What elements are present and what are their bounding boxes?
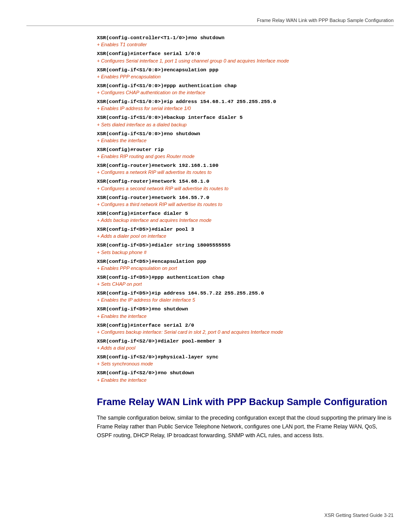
code-line: XSR(config-if<S2/0>)#no shutdown	[97, 369, 394, 376]
code-line: XSR(config-if<S1/0:0>)#backup interface …	[97, 114, 394, 121]
code-line: XSR(config)#interface dialer 5	[97, 210, 394, 217]
command-group: XSR(config-if<S2/0>)#physical-layer sync…	[97, 353, 394, 366]
comment-line: + Enables the IP address for dialer inte…	[97, 297, 394, 302]
comment-line: + Configures Serial interface 1, port 1 …	[97, 58, 394, 63]
code-line: XSR(config-router)#network 154.68.1.0	[97, 177, 394, 185]
code-line: XSR(config-if<D5>)#no shutdown	[97, 305, 394, 313]
code-line: XSR(config-if<D5>)#dialer pool 3	[97, 225, 394, 233]
command-group: XSR(config-if<D5>)#encapsulation ppp+ En…	[97, 258, 394, 271]
commands-container: XSR(config-controller<T1-1/0>)#no shutdo…	[97, 34, 394, 383]
code-line: XSR(config-if<S2/0>)#physical-layer sync	[97, 353, 394, 361]
comment-line: + Adds backup interface and acquires Int…	[97, 218, 394, 223]
code-line: XSR(config-if<D5>)#encapsulation ppp	[97, 258, 394, 265]
command-group: XSR(config-if<D5>)#ppp authentication ch…	[97, 273, 394, 287]
section-heading: Frame Relay WAN Link with PPP Backup Sam…	[97, 396, 394, 409]
command-group: XSR(config-controller<T1-1/0>)#no shutdo…	[97, 34, 394, 47]
command-group: XSR(config-if<S2/0>)#dialer pool-member …	[97, 337, 394, 350]
comment-line: + Enables RIP routing and goes Router mo…	[97, 154, 394, 159]
code-line: XSR(config-router)#network 192.168.1.100	[97, 162, 394, 169]
comment-line: + Configures backup interface: Serial ca…	[97, 329, 394, 335]
comment-line: + Sets synchronous mode	[97, 361, 394, 366]
comment-line: + Enables the interface	[97, 138, 394, 143]
comment-line: + Adds a dialer pool on interface	[97, 233, 394, 239]
footer-text: XSR Getting Started Guide 3-21	[324, 513, 394, 518]
code-line: XSR(config-controller<T1-1/0>)#no shutdo…	[97, 34, 394, 41]
command-group: XSR(config)#router rip+ Enables RIP rout…	[97, 146, 394, 159]
command-group: XSR(config-if<S1/0:0>)#no shutdown+ Enab…	[97, 130, 394, 143]
command-group: XSR(config-if<D5>)#no shutdown+ Enables …	[97, 305, 394, 318]
comment-line: + Enables PPP encapsulation on port	[97, 266, 394, 271]
comment-line: + Enables T1 controller	[97, 42, 394, 47]
content-area: XSR(config-controller<T1-1/0>)#no shutdo…	[97, 34, 394, 440]
footer: XSR Getting Started Guide 3-21	[324, 513, 394, 518]
command-group: XSR(config)#interface serial 2/0+ Config…	[97, 321, 394, 335]
comment-line: + Sets CHAP on port	[97, 281, 394, 287]
comment-line: + Enables PPP encapsulation	[97, 74, 394, 79]
comment-line: + Enables the interface	[97, 377, 394, 383]
code-line: XSR(config)#router rip	[97, 146, 394, 153]
code-line: XSR(config-if<S1/0:0>)#ppp authenticatio…	[97, 82, 394, 89]
comment-line: + Sets backup phone #	[97, 250, 394, 255]
command-group: XSR(config)#interface serial 1/0:0+ Conf…	[97, 50, 394, 63]
code-line: XSR(config-if<D5>)#ip address 164.55.7.2…	[97, 289, 394, 297]
code-line: XSR(config-router)#network 164.55.7.0	[97, 194, 394, 201]
comment-line: + Enables IP address for serial interfac…	[97, 106, 394, 111]
code-line: XSR(config-if<S1/0:0>)#encapsulation ppp	[97, 66, 394, 74]
command-group: XSR(config-if<S1/0:0>)#encapsulation ppp…	[97, 66, 394, 79]
comment-line: + Adds a dial pool	[97, 345, 394, 350]
section-body: The sample configuration below, similar …	[97, 413, 394, 440]
comment-line: + Configures a third network RIP will ad…	[97, 202, 394, 207]
comment-line: + Sets dialed interface as a dialed back…	[97, 122, 394, 127]
code-line: XSR(config-if<S2/0>)#dialer pool-member …	[97, 337, 394, 345]
command-group: XSR(config-if<S1/0:0>)#ppp authenticatio…	[97, 82, 394, 95]
code-line: XSR(config-if<D5>)#dialer string 1800555…	[97, 241, 394, 249]
command-group: XSR(config-if<S1/0:0>)#ip address 154.68…	[97, 98, 394, 111]
command-group: XSR(config-if<D5>)#dialer pool 3+ Adds a…	[97, 225, 394, 239]
comment-line: + Configures a second network RIP will a…	[97, 186, 394, 191]
header-title: Frame Relay WAN Link with PPP Backup Sam…	[257, 18, 394, 23]
code-line: XSR(config)#interface serial 2/0	[97, 321, 394, 329]
comment-line: + Enables the interface	[97, 313, 394, 319]
code-line: XSR(config-if<S1/0:0>)#ip address 154.68…	[97, 98, 394, 105]
comment-line: + Configures CHAP authentication on the …	[97, 90, 394, 95]
command-group: XSR(config-if<S1/0:0>)#backup interface …	[97, 114, 394, 127]
command-group: XSR(config-if<S2/0>)#no shutdown+ Enable…	[97, 369, 394, 382]
comment-line: + Configures a network RIP will advertis…	[97, 170, 394, 175]
page: Frame Relay WAN Link with PPP Backup Sam…	[0, 0, 420, 531]
command-group: XSR(config-if<D5>)#ip address 164.55.7.2…	[97, 289, 394, 302]
command-group: XSR(config-router)#network 154.68.1.0+ C…	[97, 177, 394, 191]
command-group: XSR(config-router)#network 164.55.7.0+ C…	[97, 194, 394, 207]
page-header: Frame Relay WAN Link with PPP Backup Sam…	[26, 18, 394, 26]
command-group: XSR(config-if<D5>)#dialer string 1800555…	[97, 241, 394, 254]
command-group: XSR(config-router)#network 192.168.1.100…	[97, 162, 394, 175]
code-line: XSR(config-if<S1/0:0>)#no shutdown	[97, 130, 394, 137]
command-group: XSR(config)#interface dialer 5+ Adds bac…	[97, 210, 394, 223]
code-line: XSR(config-if<D5>)#ppp authentication ch…	[97, 273, 394, 281]
code-line: XSR(config)#interface serial 1/0:0	[97, 50, 394, 57]
